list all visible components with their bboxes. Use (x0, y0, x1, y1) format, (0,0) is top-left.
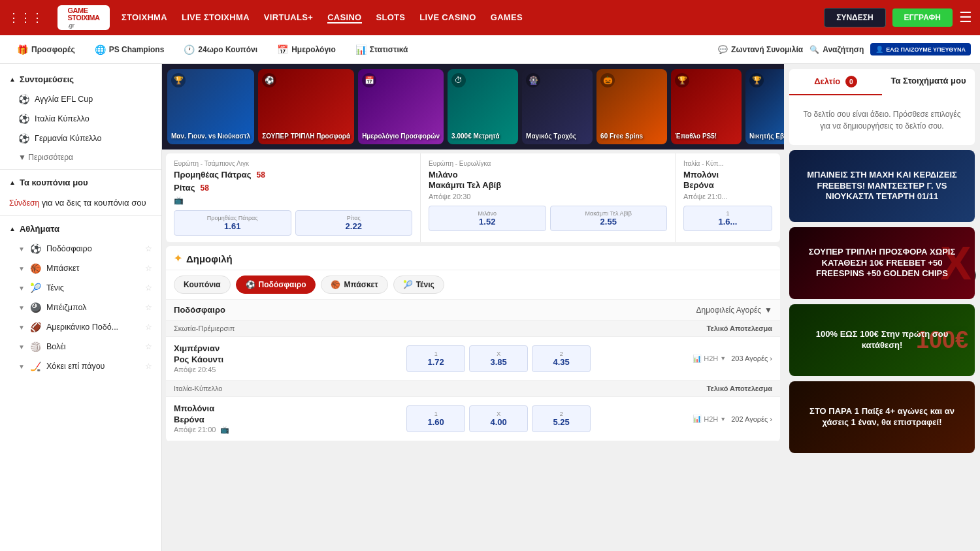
tab-basketball[interactable]: 🏀 Μπάσκετ (321, 276, 387, 294)
favorite-star-icon-6[interactable]: ☆ (145, 342, 152, 351)
nav-stoixima[interactable]: ΣΤΟΙΧΗΜΑ (122, 12, 167, 24)
h2h-button-1[interactable]: 📊 H2H ▼ (693, 354, 726, 363)
promo-card-offer[interactable]: 📅 Ημερολόγιο Προσφορών (358, 69, 444, 144)
sidebar-item-football[interactable]: ▼ ⚽ Ποδόσφαιρο ☆ (0, 239, 161, 259)
event-team2-1: Ρίτας (174, 183, 195, 193)
odd-btn-2-2[interactable]: Μακάμπι Τελ Αβίβ 2.55 (550, 206, 668, 231)
odd-cell-1-x[interactable]: Χ 3.85 (469, 345, 528, 372)
event-league-1: Ευρώπη - Τσάμπιονς Λιγκ (174, 160, 412, 167)
tennis-icon: 🎾 (30, 283, 41, 293)
sec-nav-calendar[interactable]: 📅 Ημερολόγιο (269, 40, 344, 59)
sidebar-item-baseball[interactable]: ▼ 🎱 Μπέιζμπολ ☆ (0, 298, 161, 317)
team2-name-1: Ρος Κάουντι (174, 354, 304, 364)
sidebar-item-american-football[interactable]: ▼ 🏈 Αμερικάνικο Ποδό... ☆ (0, 317, 161, 337)
sidebar-item-germany-cup[interactable]: ⚽ Γερμανία Κύπελλο (0, 129, 161, 148)
favorite-star-icon-3[interactable]: ☆ (145, 283, 152, 292)
odd-btn-1-2[interactable]: Ρίτας 2.22 (295, 210, 413, 236)
chevron-down-icon-4: ▼ (18, 285, 25, 292)
chevron-down-icon-6: ▼ (18, 324, 25, 331)
register-button[interactable]: ΕΓΓΡΑΦΗ (892, 8, 953, 27)
content-area: 🏆 Μαν. Γιουν. vs Νιούκαστλ ⚽ ΣΟΥΠΕΡ ΤΡΙΠ… (162, 64, 784, 551)
sidebar-item-italy-cup[interactable]: ⚽ Ιταλία Κύπελλο (0, 109, 161, 129)
sidebar-item-ice-hockey[interactable]: ▼ 🏒 Χόκει επί πάγου ☆ (0, 356, 161, 376)
odd-cell-1-2[interactable]: 2 4.35 (532, 345, 591, 372)
promo-label-ps5: Έπαθλο PS5! (675, 133, 738, 140)
responsible-gaming-badge[interactable]: 👤 ΕΑΩ ΠΑΙΖΟΥΜΕ ΥΠΕΥΘΥΝΑ (870, 43, 971, 55)
globe-icon: 🌐 (95, 44, 106, 55)
banner-ps[interactable]: ΜΠΑΙΝΕΙΣ ΣΤΗ ΜΑΧΗ ΚΑΙ ΚΕΡΔΙΖΕΙΣ FREEBETS… (789, 150, 975, 222)
nav-games[interactable]: GAMES (491, 12, 523, 24)
promo-card-magic-wheel[interactable]: 🎡 Μαγικός Τροχός (522, 69, 593, 144)
sec-nav-24h-coupon[interactable]: 🕐 24ωρο Κουπόνι (176, 40, 265, 59)
coupons-header[interactable]: ▲ Τα κουπόνια μου (0, 172, 161, 193)
betslip-tab-my-bets[interactable]: Τα Στοιχήματά μου (882, 69, 975, 95)
h2h-button-2[interactable]: 📊 H2H ▼ (693, 415, 726, 423)
favorite-star-icon-7[interactable]: ☆ (145, 362, 152, 371)
popular-tabs: Κουπόνια ⚽ Ποδόσφαιρο 🏀 Μπάσκετ 🎾 Τένις (166, 270, 780, 300)
betslip-tab-slip[interactable]: Δελτίο 0 (789, 69, 882, 95)
chevron-down-icon-3: ▼ (18, 265, 25, 272)
favorite-star-icon-2[interactable]: ☆ (145, 264, 152, 273)
nav-casino[interactable]: CASINO (327, 12, 361, 24)
favorite-star-icon[interactable]: ☆ (145, 244, 152, 253)
sports-header[interactable]: ▲ Αθλήματα (0, 219, 161, 239)
tab-tennis[interactable]: 🎾 Τένις (393, 276, 444, 294)
odd-btn-2-1[interactable]: Μιλάνο 1.52 (429, 206, 546, 231)
popular-title: ✦ Δημοφιλή (174, 253, 233, 264)
sidebar-item-basketball[interactable]: ▼ 🏀 Μπάσκετ ☆ (0, 259, 161, 278)
promo-card-super-triple[interactable]: ⚽ ΣΟΥΠΕΡ ΤΡΙΠΛΗ Προσφορά (258, 69, 354, 144)
shortcuts-more[interactable]: ▼ Περισσότερα (0, 148, 161, 166)
odd-cell-2-x[interactable]: Χ 4.00 (469, 405, 528, 432)
odd-cell-1-1[interactable]: 1 1.72 (406, 345, 465, 372)
coupons-signin-prompt: Σύνδεση για να δεις τα κουπόνια σου (0, 193, 161, 213)
team1-name-2: Μπολόνια (174, 403, 304, 413)
stream-icon: 📺 (174, 196, 412, 205)
tab-football[interactable]: ⚽ Ποδόσφαιρο (236, 276, 316, 294)
event-card-1: Ευρώπη - Τσάμπιονς Λιγκ Προμηθέας Πάτρας… (166, 153, 421, 242)
odd-btn-1-1[interactable]: Προμηθέας Πάτρας 1.61 (174, 210, 291, 236)
sec-nav-offers[interactable]: 🎁 Προσφορές (9, 40, 83, 59)
odd-cell-2-2[interactable]: 2 5.25 (532, 405, 591, 432)
match-odds-group-1: 1 1.72 Χ 3.85 2 4.35 (310, 345, 687, 372)
coupons-signin-link[interactable]: Σύνδεση (9, 198, 39, 208)
banner-triple[interactable]: ΣΟΥΠΕΡ ΤΡΙΠΛΗ ΠΡΟΣΦΟΡΑ ΧΩΡΙΣ ΚΑΤΑΘΕΣΗ 10… (789, 227, 975, 299)
promo-card-free-spins[interactable]: 🎃 60 Free Spins (596, 69, 667, 144)
hamburger-icon[interactable]: ☰ (959, 9, 972, 26)
sidebar-item-efl-cup[interactable]: ⚽ Αγγλία EFL Cup (0, 89, 161, 109)
ice-hockey-icon: 🏒 (30, 361, 41, 371)
promo-card-counter[interactable]: ⏱ 3.000€ Μετρητά (448, 69, 518, 144)
basketball-tab-icon: 🏀 (331, 280, 340, 289)
grid-icon[interactable]: ⋮⋮⋮ (8, 10, 43, 25)
promo-card-ps5[interactable]: 🏆 Έπαθλο PS5! (671, 69, 742, 144)
promo-card-week-winner[interactable]: 🏆 Νικητής Εβδομάδας (745, 69, 784, 144)
search-button[interactable]: 🔍 Αναζήτηση (809, 45, 864, 54)
live-chat-button[interactable]: 💬 Ζωντανή Συνομιλία (718, 45, 803, 54)
nav-live-stoixima[interactable]: LIVE ΣΤΟΙΧΗΜΑ (182, 12, 250, 24)
favorite-star-icon-5[interactable]: ☆ (145, 323, 152, 332)
sidebar-item-tennis[interactable]: ▼ 🎾 Τένις ☆ (0, 278, 161, 298)
markets-link-1[interactable]: 203 Αγορές › (731, 354, 772, 362)
sidebar-item-volleyball[interactable]: ▼ 🏐 Βολέι ☆ (0, 337, 161, 356)
markets-link-2[interactable]: 202 Αγορές › (731, 415, 772, 423)
nav-virtuals[interactable]: VIRTUALS+ (264, 12, 313, 24)
sec-nav-ps-champions[interactable]: 🌐 PS Champions (87, 40, 172, 59)
shortcuts-header[interactable]: ▲ Συντομεύσεις (0, 69, 161, 89)
sort-markets[interactable]: Δημοφιλείς Αγορές ▼ (696, 306, 772, 315)
favorite-star-icon-4[interactable]: ☆ (145, 303, 152, 312)
event-league-2: Ευρώπη - Ευρωλίγκα (429, 160, 667, 167)
nav-slots[interactable]: SLOTS (376, 12, 406, 24)
promo-card-ps-champ[interactable]: 🏆 Μαν. Γιουν. vs Νιούκαστλ (167, 69, 254, 144)
signin-button[interactable]: ΣΥΝΔΕΣΗ (824, 8, 885, 27)
banner-para1-text: ΣΤΟ ΠΑΡΑ 1 Παίξε 4+ αγώνες και αν χάσεις… (797, 406, 967, 428)
nav-live-casino[interactable]: LIVE CASINO (419, 12, 476, 24)
sec-nav-stats[interactable]: 📊 Στατιστικά (348, 40, 416, 59)
pumpkin-icon: 🎃 (600, 73, 615, 87)
odd-btn-3-1[interactable]: 1 1.6... (683, 206, 772, 231)
banner-100[interactable]: 100% ΕΩΣ 100€ Στην πρώτη σου κατάθεση! 1… (789, 304, 975, 376)
banner-para1[interactable]: ΣΤΟ ΠΑΡΑ 1 Παίξε 4+ αγώνες και αν χάσεις… (789, 381, 975, 453)
odd-cell-2-1[interactable]: 1 1.60 (406, 405, 465, 432)
sidebar-divider-1 (0, 169, 161, 170)
wheel-icon: 🎡 (526, 73, 540, 87)
logo[interactable]: GAMESTOIXIMA.gr (57, 5, 110, 30)
tab-coupons[interactable]: Κουπόνια (174, 276, 231, 294)
